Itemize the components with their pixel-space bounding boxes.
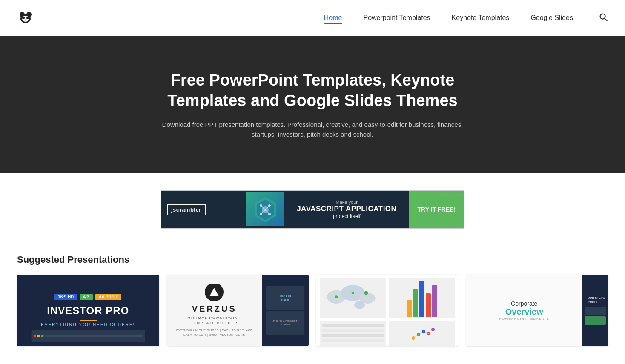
badge-43: 4:3 (80, 294, 92, 300)
investor-subtitle: EVERYTHING YOU NEED IS HERE! (41, 322, 135, 327)
svg-point-16 (260, 213, 262, 215)
ad-graphic-icon (250, 195, 280, 224)
card-charts-visual (316, 275, 459, 346)
nav-link-keynote[interactable]: Keynote Templates (452, 14, 510, 23)
verzus-brand: VERZUS (192, 304, 237, 314)
corp-side-mini-2 (585, 316, 606, 325)
ad-graphic (246, 192, 284, 226)
svg-point-26 (352, 292, 354, 294)
bar-chart-mini (389, 278, 455, 318)
ad-sub-text: protect itself (291, 213, 402, 219)
corp-label: POWERPOINT TEMPLATE (499, 317, 549, 321)
cards-grid: 16:9 HD 4:3 A4 PRINT INVESTOR PRO EVERYT… (17, 275, 608, 346)
card-investor-visual: 16:9 HD 4:3 A4 PRINT INVESTOR PRO EVERYT… (17, 275, 159, 346)
table-mini (320, 321, 386, 346)
nav-link-google-slides[interactable]: Google Slides (530, 14, 573, 23)
verzus-thumb-1: TEXT INBACK (266, 286, 304, 310)
verzus-thumb-2: PHONE & PROJECT SCHEMA (266, 311, 304, 335)
card-investor-pro[interactable]: 16:9 HD 4:3 A4 PRINT INVESTOR PRO EVERYT… (17, 275, 159, 346)
corp-main-content: Corporate Overview POWERPOINT TEMPLATE (466, 275, 583, 346)
verzus-desc: OVER 200 UNIQUE SLIDES | EASY TO REPLACE… (176, 328, 252, 337)
search-button[interactable] (599, 12, 608, 24)
svg-point-7 (600, 14, 605, 19)
world-map-svg (320, 278, 386, 318)
panda-icon (17, 9, 34, 26)
hero-subtext: Download free PPT presentation templates… (151, 120, 474, 139)
nav-item-google-slides[interactable]: Google Slides (530, 14, 573, 22)
investor-divider (80, 320, 97, 321)
hero-section: Free PowerPoint Templates, Keynote Templ… (0, 36, 625, 173)
card-verzus[interactable]: VERZUS MINIMAL POWERPOINTTEMPLATE BUILDE… (167, 275, 309, 346)
world-map-mini (320, 278, 386, 318)
svg-point-6 (24, 19, 27, 21)
corp-title-top: Corporate (511, 300, 537, 307)
svg-line-8 (605, 18, 607, 21)
verzus-main-area: VERZUS MINIMAL POWERPOINTTEMPLATE BUILDE… (167, 275, 262, 346)
ad-choices-label: AdChoices ▶ (439, 192, 462, 197)
ad-logo-text: jscrambler (167, 204, 206, 215)
ad-logo-area: jscrambler (161, 191, 246, 228)
ad-bold-text: JAVASCRIPT APPLICATION (291, 205, 402, 213)
navigation: Home Powerpoint Templates Keynote Templa… (0, 0, 625, 36)
svg-point-25 (364, 291, 368, 295)
nav-item-keynote[interactable]: Keynote Templates (452, 14, 510, 22)
nav-item-home[interactable]: Home (324, 14, 342, 22)
badge-hd: 16:9 HD (54, 294, 77, 300)
svg-point-5 (26, 17, 29, 19)
svg-point-27 (335, 295, 338, 298)
corp-top-area: Corporate Overview POWERPOINT TEMPLATE F… (466, 275, 608, 346)
ad-text-block: Make your JAVASCRIPT APPLICATION protect… (284, 200, 409, 219)
suggested-section: Suggested Presentations 16:9 HD 4:3 A4 P… (0, 246, 625, 355)
card-charts[interactable] (316, 275, 459, 346)
svg-point-15 (268, 204, 271, 207)
search-icon (599, 12, 608, 22)
nav-item-powerpoint[interactable]: Powerpoint Templates (363, 14, 430, 22)
svg-point-24 (354, 301, 365, 309)
svg-point-17 (268, 213, 271, 215)
site-logo[interactable] (17, 9, 34, 26)
verzus-side-panel: TEXT INBACK PHONE & PROJECT SCHEMA (262, 275, 309, 346)
corp-side-panel: FOUR STEPS PROCESS (582, 275, 608, 346)
corp-side-mini-1 (585, 307, 606, 315)
badge-a4: A4 PRINT (95, 294, 122, 300)
verzus-tagline: MINIMAL POWERPOINTTEMPLATE BUILDER (187, 315, 241, 326)
card-verzus-visual: VERZUS MINIMAL POWERPOINTTEMPLATE BUILDE… (167, 275, 309, 346)
svg-point-4 (22, 17, 25, 19)
card-corp-visual: Corporate Overview POWERPOINT TEMPLATE F… (466, 275, 608, 346)
nav-link-powerpoint[interactable]: Powerpoint Templates (363, 14, 430, 23)
svg-point-14 (260, 204, 262, 207)
corp-side-text: FOUR STEPS PROCESS (584, 296, 606, 304)
ad-banner[interactable]: AdChoices ▶ jscrambler Make your JAVASCR… (161, 190, 464, 229)
card-corporate-overview[interactable]: Corporate Overview POWERPOINT TEMPLATE F… (466, 275, 608, 346)
hero-heading: Free PowerPoint Templates, Keynote Templ… (132, 70, 493, 111)
card-badges: 16:9 HD 4:3 A4 PRINT (54, 294, 121, 300)
corp-title-main: Overview (505, 307, 543, 317)
investor-title: INVESTOR PRO (47, 305, 129, 316)
nav-menu: Home Powerpoint Templates Keynote Templa… (324, 14, 573, 22)
suggested-title: Suggested Presentations (17, 254, 608, 265)
ad-section: AdChoices ▶ jscrambler Make your JAVASCR… (0, 173, 625, 246)
verzus-logo (204, 284, 224, 301)
nav-link-home[interactable]: Home (324, 14, 342, 24)
dot-chart-mini (389, 321, 455, 346)
dot-chart-svg (409, 325, 435, 342)
ad-main-text: Make your (291, 200, 402, 205)
